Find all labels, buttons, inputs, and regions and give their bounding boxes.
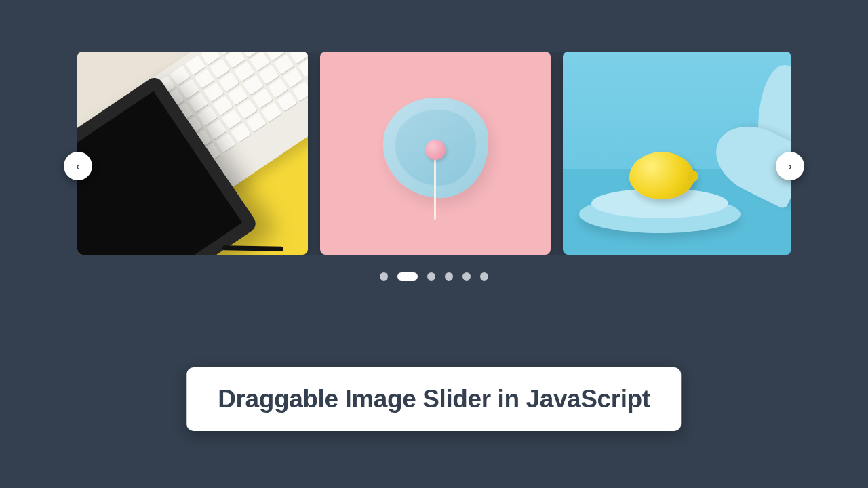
pagination-dot[interactable] xyxy=(427,272,435,281)
chevron-left-icon: ‹ xyxy=(76,159,80,174)
pagination-dot-active[interactable] xyxy=(397,272,418,281)
lemon-illustration xyxy=(629,152,694,199)
chevron-right-icon: › xyxy=(788,159,792,174)
pagination-dot[interactable] xyxy=(480,272,488,281)
slide-item[interactable] xyxy=(563,52,791,255)
pagination-dots xyxy=(77,272,791,281)
caption-card: Draggable Image Slider in JavaScript xyxy=(186,367,681,431)
slide-item[interactable] xyxy=(320,52,551,255)
slide-track[interactable] xyxy=(77,52,791,255)
stylus-illustration xyxy=(222,245,283,251)
pagination-dot[interactable] xyxy=(462,272,471,281)
pagination-dot[interactable] xyxy=(380,272,388,281)
slide-item[interactable] xyxy=(77,52,308,255)
prev-button[interactable]: ‹ xyxy=(64,152,92,180)
caption-title: Draggable Image Slider in JavaScript xyxy=(218,385,650,413)
lollipop-illustration xyxy=(383,103,488,203)
image-slider: ‹ › xyxy=(77,52,791,281)
pagination-dot[interactable] xyxy=(445,272,453,281)
next-button[interactable]: › xyxy=(776,152,804,180)
